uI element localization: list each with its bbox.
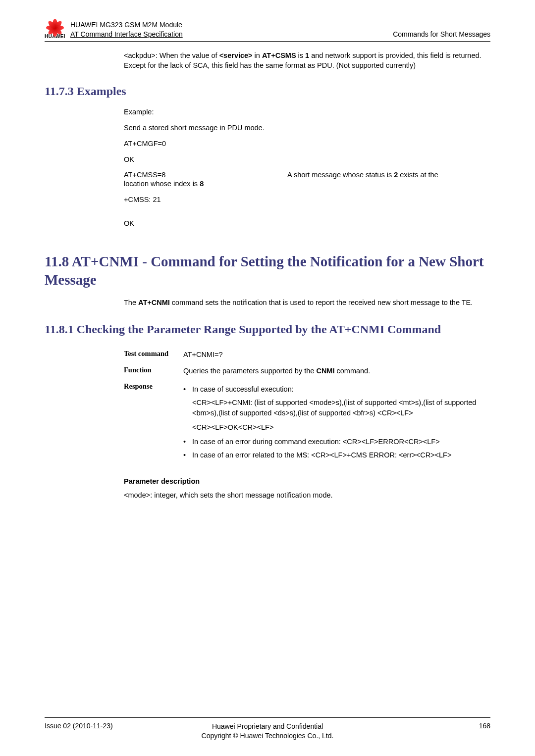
resp-bullet-2: In case of an error during command execu… — [192, 437, 490, 447]
section-1173-heading: 11.7.3 Examples — [45, 85, 490, 98]
response-label: Response — [124, 379, 183, 466]
func-c: command. — [334, 367, 370, 375]
example-line-ok2: OK — [124, 218, 490, 228]
bullet-icon: • — [183, 450, 192, 460]
func-a: Queries the parameters supported by the — [183, 367, 316, 375]
intro-c: command sets the notification that is us… — [170, 299, 473, 306]
bullet-icon: • — [183, 437, 192, 447]
huawei-logo-block: HUAWEI — [45, 15, 65, 39]
function-value: Queries the parameters supported by the … — [183, 363, 490, 379]
intro-a: The — [124, 299, 138, 306]
spec-line: AT Command Interface Specification — [70, 30, 393, 39]
resp-sub-2: <CR><LF>OK<CR><LF> — [192, 422, 490, 433]
bullet-icon: • — [183, 384, 192, 395]
header-left-text: HUAWEI MG323 GSM M2M Module AT Command I… — [70, 20, 393, 39]
test-command-value: AT+CNMI=? — [183, 347, 490, 363]
location-line: location whose index is 8 — [124, 179, 490, 189]
header-right-text: Commands for Short Messages — [393, 30, 490, 39]
func-b: CNMI — [316, 367, 334, 375]
example-line-cmgf: AT+CMGF=0 — [124, 139, 490, 149]
response-value: • In case of successful execution: <CR><… — [183, 379, 490, 466]
page-footer: Issue 02 (2010-11-23) Huawei Proprietary… — [45, 717, 490, 741]
section-118-heading: 11.8 AT+CNMI - Command for Setting the N… — [45, 252, 490, 290]
footer-page-number: 168 — [342, 722, 490, 730]
test-command-label: Test command — [124, 347, 183, 363]
cmss-result: +CMSS: 21 — [124, 195, 490, 204]
function-label: Function — [124, 363, 183, 379]
huawei-logo-icon — [45, 15, 65, 33]
loc-text: location whose index is — [124, 180, 200, 188]
example-label: Example: — [124, 107, 490, 117]
footer-center: Huawei Proprietary and Confidential Copy… — [193, 722, 342, 741]
parameter-description-body: <mode>: integer, which sets the short me… — [124, 490, 490, 500]
loc-index: 8 — [200, 180, 204, 188]
intro-b: AT+CNMI — [138, 299, 170, 306]
cnmi-intro: The AT+CNMI command sets the notificatio… — [124, 298, 490, 307]
parameter-description-heading: Parameter description — [124, 477, 490, 485]
resp-bullet-3: In case of an error related to the MS: <… — [192, 450, 490, 460]
footer-issue: Issue 02 (2010-11-23) — [45, 722, 193, 730]
resp-sub-1: <CR><LF>+CNMI: (list of supported <mode>… — [192, 398, 490, 418]
example-line-ok1: OK — [124, 154, 490, 164]
cmss-left: AT+CMSS=8 — [124, 171, 287, 179]
example-desc: Send a stored short message in PDU mode. — [124, 123, 490, 133]
ackpdu-paragraph: <ackpdu>: When the value of <service> in… — [124, 50, 490, 71]
cmss-right: A short message whose status is 2 exists… — [287, 171, 490, 179]
footer-center2: Copyright © Huawei Technologies Co., Ltd… — [193, 731, 342, 741]
product-line: HUAWEI MG323 GSM M2M Module — [70, 20, 393, 30]
section-1181-heading: 11.8.1 Checking the Parameter Range Supp… — [45, 321, 490, 337]
page-header: HUAWEI HUAWEI MG323 GSM M2M Module AT Co… — [45, 15, 490, 42]
footer-center1: Huawei Proprietary and Confidential — [193, 722, 342, 732]
cmss-right-a: A short message whose status is — [287, 171, 394, 179]
example-cmss-row: AT+CMSS=8 A short message whose status i… — [124, 171, 490, 179]
resp-bullet-1: In case of successful execution: — [192, 384, 490, 395]
cmss-right-c: exists at the — [398, 171, 438, 179]
cnmi-definition-table: Test command AT+CNMI=? Function Queries … — [124, 347, 490, 466]
